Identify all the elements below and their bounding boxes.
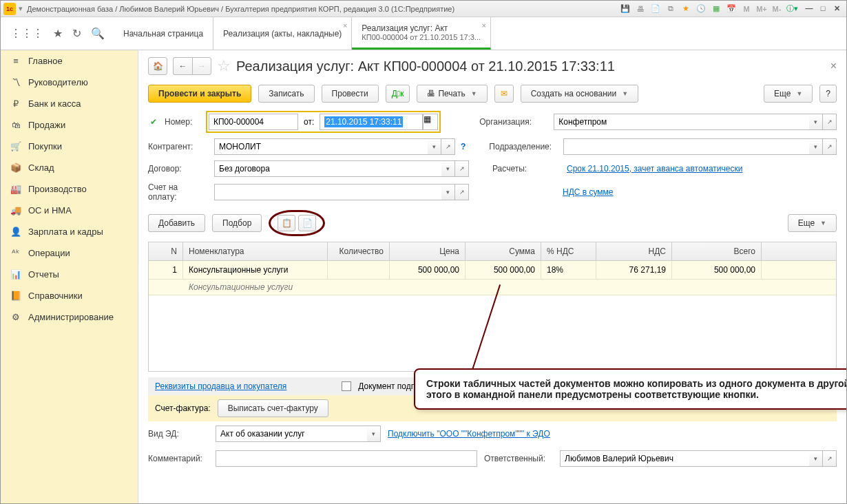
org-field[interactable]: ▾ ↗	[554, 114, 837, 130]
sidebar-item-manager[interactable]: 〽Руководителю	[1, 72, 138, 93]
sidebar-item-main[interactable]: ≡Главное	[1, 50, 138, 72]
sidebar-item-purchases[interactable]: 🛒Покупки	[1, 136, 138, 157]
chevron-down-icon[interactable]: ▾	[428, 138, 441, 155]
counterparty-field[interactable]: ▾ ↗	[214, 138, 455, 155]
minimize-button[interactable]: —	[802, 4, 816, 13]
favorite-icon[interactable]: ★	[680, 3, 692, 14]
chevron-down-icon[interactable]: ▾	[441, 184, 455, 200]
sidebar-item-admin[interactable]: ⚙Администрирование	[1, 306, 138, 328]
compare-icon[interactable]: ⧉	[665, 3, 677, 14]
ed-type-field[interactable]: ▾	[216, 426, 381, 442]
select-button[interactable]: Подбор	[212, 214, 262, 232]
sidebar-item-reports[interactable]: 📊Отчеты	[1, 264, 138, 285]
m-minus-icon[interactable]: M-	[771, 3, 783, 14]
add-row-button[interactable]: Добавить	[148, 214, 205, 232]
table-more-button[interactable]: Еще▼	[788, 214, 837, 232]
post-button[interactable]: Провести	[322, 85, 379, 103]
create-based-button[interactable]: Создать на основании▼	[521, 85, 638, 103]
col-n[interactable]: N	[149, 242, 183, 260]
doc-icon[interactable]: 📄	[649, 3, 662, 14]
forward-button[interactable]: →	[192, 57, 211, 75]
col-sum[interactable]: Сумма	[466, 242, 541, 260]
tab-document[interactable]: Реализация услуг: Акт КП00-000004 от 21.…	[352, 17, 491, 50]
m-icon[interactable]: M	[740, 3, 753, 14]
calculator-icon[interactable]: ▦	[710, 3, 722, 14]
col-total[interactable]: Всего	[672, 242, 762, 260]
history-icon[interactable]: 🕓	[695, 3, 707, 14]
print-button[interactable]: 🖶Печать▼	[417, 85, 487, 103]
seller-buyer-link[interactable]: Реквизиты продавца и покупателя	[155, 381, 286, 391]
comment-field[interactable]	[216, 450, 477, 467]
signed-checkbox[interactable]	[342, 381, 351, 391]
sidebar-item-assets[interactable]: 🚚ОС и НМА	[1, 200, 138, 221]
home-button[interactable]: 🏠	[148, 57, 167, 75]
dt-kt-button[interactable]: Дͬк	[386, 85, 410, 103]
calendar-picker-icon[interactable]: ▦	[423, 114, 438, 130]
sidebar-item-warehouse[interactable]: 📦Склад	[1, 157, 138, 178]
print-icon[interactable]: 🖶	[634, 3, 647, 14]
create-sf-button[interactable]: Выписать счет-фактуру	[218, 399, 328, 417]
sidebar-item-bank[interactable]: ₽Банк и касса	[1, 93, 138, 114]
copy-rows-button[interactable]: 📋	[278, 215, 295, 231]
ruble-icon: ₽	[10, 98, 21, 109]
sidebar-item-payroll[interactable]: 👤Зарплата и кадры	[1, 221, 138, 242]
number-field[interactable]	[209, 114, 298, 130]
vat-mode-link[interactable]: НДС в сумме	[563, 187, 614, 197]
open-icon[interactable]: ↗	[455, 184, 469, 200]
chevron-down-icon[interactable]: ▾	[367, 426, 381, 442]
col-vat-percent[interactable]: % НДС	[541, 242, 596, 260]
sidebar-item-catalogs[interactable]: 📙Справочники	[1, 285, 138, 306]
sidebar-item-operations[interactable]: ᴬᵏОперации	[1, 242, 138, 264]
open-icon[interactable]: ↗	[455, 160, 469, 177]
edo-link[interactable]: Подключить "ООО ""Конфетпром""" к ЭДО	[388, 429, 550, 439]
paste-rows-button[interactable]: 📄	[298, 215, 316, 231]
chevron-down-icon[interactable]: ▾	[809, 138, 823, 155]
star-icon[interactable]: ★	[53, 27, 63, 40]
m-plus-icon[interactable]: M+	[755, 3, 768, 14]
sidebar-item-sales[interactable]: 🛍Продажи	[1, 114, 138, 136]
more-button[interactable]: Еще▼	[764, 85, 813, 103]
search-icon[interactable]: 🔍	[91, 27, 105, 40]
apps-icon[interactable]: ⋮⋮⋮	[10, 27, 43, 40]
post-and-close-button[interactable]: Провести и закрыть	[148, 85, 251, 103]
dept-field[interactable]: ▾ ↗	[563, 138, 837, 155]
responsible-field[interactable]: ▾ ↗	[560, 450, 837, 467]
app-menu-drop-icon[interactable]: ▾	[19, 4, 23, 13]
help-button[interactable]: ?	[819, 85, 837, 103]
chevron-down-icon[interactable]: ▾	[809, 450, 823, 467]
close-icon[interactable]: ×	[343, 21, 347, 30]
tab-home[interactable]: Начальная страница	[114, 17, 213, 50]
close-icon[interactable]: ×	[482, 21, 486, 30]
calc-link[interactable]: Срок 21.10.2015, зачет аванса автоматиче…	[567, 164, 742, 174]
info-icon[interactable]: ⓘ▾	[786, 3, 798, 14]
close-button[interactable]: ✕	[830, 4, 844, 13]
window-controls: — □ ✕	[802, 4, 844, 13]
col-qty[interactable]: Количество	[328, 242, 390, 260]
save-button[interactable]: Записать	[258, 85, 314, 103]
sidebar-item-production[interactable]: 🏭Производство	[1, 178, 138, 200]
col-vat[interactable]: НДС	[596, 242, 672, 260]
email-button[interactable]: ✉	[494, 85, 514, 103]
col-price[interactable]: Цена	[390, 242, 466, 260]
table-row[interactable]: 1 Консультационные услуги 500 000,00 500…	[149, 261, 836, 280]
col-nomenclature[interactable]: Номенклатура	[183, 242, 328, 260]
history-nav-icon[interactable]: ↻	[72, 27, 81, 40]
back-button[interactable]: ←	[173, 57, 192, 75]
date-field[interactable]: 21.10.2015 17:33:11	[320, 114, 423, 130]
open-icon[interactable]: ↗	[441, 138, 455, 155]
maximize-button[interactable]: □	[816, 4, 830, 13]
open-icon[interactable]: ↗	[823, 114, 837, 130]
invoice-field[interactable]: ▾ ↗	[214, 184, 469, 200]
tab-list[interactable]: Реализация (акты, накладные) ×	[213, 17, 352, 50]
calendar-icon[interactable]: 📅	[725, 3, 738, 14]
chevron-down-icon[interactable]: ▾	[441, 160, 455, 177]
document-close-button[interactable]: ×	[830, 60, 837, 72]
chevron-down-icon[interactable]: ▾	[809, 114, 823, 130]
help-icon[interactable]: ?	[461, 142, 466, 151]
open-icon[interactable]: ↗	[823, 138, 837, 155]
row-counterparty: Контрагент: ▾ ↗ ? Подразделение: ▾ ↗	[148, 138, 837, 155]
open-icon[interactable]: ↗	[823, 450, 837, 467]
save-icon[interactable]: 💾	[619, 3, 631, 14]
contract-field[interactable]: ▾ ↗	[214, 160, 469, 177]
favorite-toggle-icon[interactable]: ☆	[217, 57, 231, 75]
